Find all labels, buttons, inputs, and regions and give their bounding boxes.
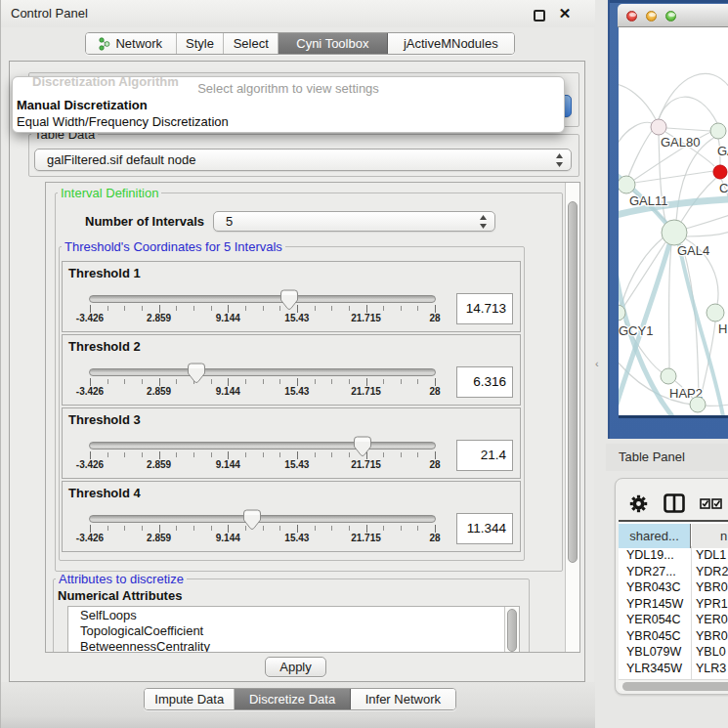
number-of-intervals-combobox[interactable]: 5	[213, 211, 495, 232]
network-node-gal80[interactable]	[651, 119, 666, 135]
slider-thumb[interactable]	[353, 436, 371, 457]
tab-impute-data[interactable]: Impute Data	[145, 689, 235, 709]
threshold-label: Threshold 4	[68, 486, 141, 500]
close-icon[interactable]: ✕	[555, 4, 575, 23]
threshold-value-field[interactable]: 11.344	[456, 513, 513, 544]
table-horizontal-scrollbar[interactable]	[619, 679, 728, 691]
algorithm-popup-item[interactable]: Equal Width/Frequency Discretization	[17, 113, 560, 130]
tab-label: Discretize Data	[249, 692, 335, 707]
table-row[interactable]: YBR043CYBR0	[619, 579, 728, 596]
window-minimize-icon[interactable]	[646, 11, 657, 21]
threshold-label: Threshold 2	[68, 339, 141, 354]
network-node-gal4[interactable]	[662, 220, 687, 245]
threshold-panel: Threshold 2-3.4262.8599.14415.4321.71528…	[62, 334, 521, 406]
threshold-value-field[interactable]: 14.713	[456, 293, 513, 324]
network-node-gal11[interactable]	[619, 176, 635, 193]
slider-tick	[228, 525, 229, 533]
network-node-red[interactable]	[713, 165, 727, 179]
gear-icon[interactable]	[629, 494, 648, 513]
table-row[interactable]: YER054CYER0	[619, 612, 728, 628]
slider-track[interactable]	[89, 442, 436, 450]
tab-select[interactable]: Select	[224, 33, 278, 54]
column-header-shared-name[interactable]: shared...	[619, 524, 691, 548]
slider-tick	[297, 378, 298, 386]
network-node-label: GAL11	[629, 193, 668, 208]
table-row[interactable]: YDL19...YDL1	[619, 547, 728, 564]
slider-tick	[176, 306, 177, 311]
slider-tick-label: 15.43	[284, 386, 309, 397]
slider-thumb[interactable]	[279, 289, 298, 311]
slider-tick	[331, 379, 332, 384]
algorithm-popup-item[interactable]: Manual Discretization	[17, 97, 560, 113]
slider-tick-label: 15.43	[284, 459, 309, 470]
slider-tick	[315, 379, 316, 384]
tab-label: Cyni Toolbox	[296, 36, 368, 51]
slider-tick-label: 2.859	[147, 459, 171, 470]
tab-style[interactable]: Style	[177, 33, 225, 54]
tab-infer-network[interactable]: Infer Network	[351, 689, 455, 709]
tab-cyni-toolbox[interactable]: Cyni Toolbox	[278, 33, 387, 54]
slider-thumb[interactable]	[242, 509, 261, 531]
numerical-attributes-list[interactable]: SelfLoopsTopologicalCoefficientBetweenne…	[67, 606, 520, 653]
split-columns-icon[interactable]	[664, 493, 685, 513]
tab-network[interactable]: Network	[86, 33, 177, 54]
attributes-list-scrollbar[interactable]	[504, 607, 519, 652]
network-node-g2[interactable]	[710, 123, 726, 139]
tab-jactivemnodules[interactable]: jActiveMNodules	[388, 33, 514, 54]
list-item[interactable]: BetweennessCentrality	[80, 639, 210, 653]
slider-track[interactable]	[89, 368, 436, 376]
network-canvas[interactable]: GAL80GACGAL11GAL4GCY1HHAP2	[619, 27, 728, 415]
slider-tick	[142, 452, 143, 457]
table-row[interactable]: YBR045CYBR0	[619, 628, 728, 645]
network-node-hap2[interactable]	[661, 368, 676, 384]
list-item[interactable]: SelfLoops	[80, 608, 137, 623]
table-row[interactable]: YDR27...YDR2	[619, 564, 728, 580]
slider-track[interactable]	[89, 295, 436, 303]
list-item[interactable]: TopologicalCoefficient	[80, 623, 203, 639]
threshold-value-field[interactable]: 21.4	[456, 440, 513, 471]
table-cell: YBL079W	[626, 645, 681, 659]
threshold-value-field[interactable]: 6.316	[456, 366, 513, 398]
slider-tick	[193, 306, 194, 311]
slider-tick	[228, 378, 229, 386]
slider-tick	[142, 526, 143, 531]
checkbox-icon[interactable]	[711, 498, 722, 509]
network-edge	[621, 237, 664, 305]
table-cell: YBR0	[696, 629, 728, 643]
slider-track[interactable]	[89, 515, 436, 523]
apply-button[interactable]: Apply	[265, 657, 326, 677]
network-node-label: GAL80	[661, 135, 700, 150]
window-close-icon[interactable]	[626, 11, 637, 21]
table-row[interactable]: YBL079WYBL0	[619, 644, 728, 661]
window-zoom-icon[interactable]	[665, 11, 676, 21]
table-row[interactable]: YLR345WYLR3	[619, 661, 728, 677]
table-cell: YLR3	[696, 662, 726, 675]
network-node-h[interactable]	[707, 304, 724, 321]
slider-tick	[193, 452, 194, 457]
table-cell: YBL0	[696, 645, 726, 659]
slider-tick-label: 2.859	[147, 533, 171, 543]
slider-tick	[124, 379, 125, 384]
slider-tick	[297, 451, 298, 459]
slider-tick	[315, 526, 316, 531]
float-window-icon[interactable]	[534, 10, 545, 21]
slider-tick	[124, 452, 125, 457]
table-data-combobox[interactable]: galFiltered.sif default node	[34, 149, 572, 171]
slider-tick-label: 28	[430, 533, 441, 543]
splitter-collapse-icon[interactable]: ‹	[595, 358, 605, 369]
column-header-name[interactable]: n	[692, 524, 728, 548]
interval-definition-group-title: Interval Definition	[58, 186, 161, 200]
threshold-label: Threshold 3	[68, 412, 141, 427]
slider-thumb[interactable]	[188, 363, 206, 384]
slider-tick	[383, 526, 384, 531]
network-window-frame	[608, 0, 610, 439]
tab-discretize-data[interactable]: Discretize Data	[235, 689, 350, 709]
checkbox-icon[interactable]	[700, 498, 710, 509]
network-node-b1[interactable]	[690, 397, 706, 412]
table-row[interactable]: YPR145WYPR1	[619, 596, 728, 613]
table-cell: YER0	[696, 613, 728, 626]
settings-scrollbar[interactable]	[565, 183, 579, 653]
tab-label: Style	[186, 36, 214, 51]
slider-tick	[263, 306, 264, 311]
table-panel-title: Table Panel	[619, 450, 685, 464]
